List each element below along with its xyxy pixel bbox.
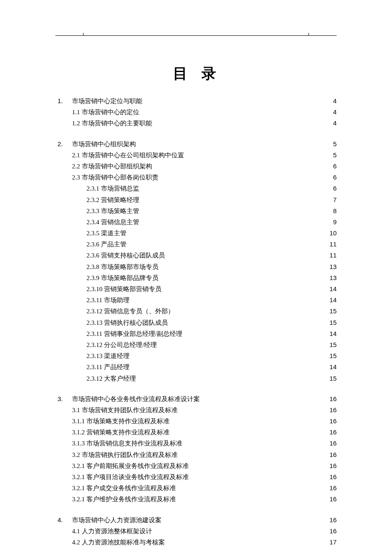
toc-leader-dots [159,274,328,280]
toc-entry: 3.2.1 客户项目洽谈业务线作业流程及标准16 [58,471,337,483]
toc-entry: 1.市场营销中心定位与职能4 [58,95,337,107]
toc-label: 1.2 市场营销中心的主要职能 [72,118,152,129]
toc-leader-dots [127,240,328,246]
document-page: 目 录 1.市场营销中心定位与职能41.1 市场营销中心的定位41.2 市场营销… [0,0,392,555]
toc-leader-dots [139,207,328,213]
toc-label: 2.3.13 营销执行核心团队成员 [86,318,168,328]
toc-page-number: 16 [328,427,337,437]
toc-page-number: 17 [328,537,337,547]
toc-page-number: 6 [328,161,337,171]
toc-leader-dots [182,439,328,445]
toc-page-number: 14 [328,295,337,305]
toc-leader-dots [139,218,328,224]
toc-leader-dots [136,140,328,146]
toc-group: 4.市场营销中心人力资源池建设案164.1 人力资源池整体框架设计164.2 人… [58,515,337,548]
toc-entry: 3.1 市场营销支持团队作业流程及标准16 [58,405,337,416]
toc-entry: 2.3.13 渠道经理15 [58,350,337,361]
toc-entry: 3.2.1 客户前期拓展业务线作业流程及标准16 [58,460,337,471]
toc-leader-dots [127,229,328,235]
toc-leader-dots [170,417,328,423]
toc-entry: 2.3.9 市场策略部品牌专员13 [58,272,337,283]
toc-leader-dots [170,428,328,434]
toc-section-number: 3. [58,393,72,404]
toc-leader-dots [152,527,329,533]
toc-label: 2.1 市场营销中心在公司组织架构中位置 [72,150,184,161]
toc-leader-dots [139,184,328,191]
toc-leader-dots [152,162,329,168]
toc-page-number: 11 [328,250,337,260]
toc-label: 2.3.6 营销支持核心团队成员 [86,250,165,261]
toc-page-number: 16 [328,526,337,536]
toc-entry: 1.2 市场营销中心的主要职能4 [58,118,337,129]
toc-leader-dots [178,406,329,412]
toc-leader-dots [130,363,328,369]
toc-leader-dots [182,330,328,336]
toc-page-number: 14 [328,328,337,339]
toc-group: 1.市场营销中心定位与职能41.1 市场营销中心的定位41.2 市场营销中心的主… [58,95,337,129]
toc-label: 2.3.6 产品主管 [86,239,127,250]
toc-leader-dots [165,538,329,544]
toc-entry: 2.1 市场营销中心在公司组织架构中位置5 [58,150,337,161]
toc-leader-dots [142,97,328,103]
toc-leader-dots [157,341,328,347]
toc-page-number: 13 [328,272,337,283]
toc-page-number: 5 [328,150,337,160]
toc-page-number: 15 [328,339,337,350]
toc-label: 2.3.3 市场策略主管 [86,206,139,217]
toc-label: 2.3.13 渠道经理 [86,351,130,361]
toc-leader-dots [159,173,329,179]
toc-label: 3.2 市场营销执行团队作业流程及标准 [72,450,178,460]
page-title: 目 录 [58,64,337,84]
toc-entry: 2.3.5 渠道主管10 [58,228,337,239]
toc-entry: 2.2 市场营销中心部组织架构6 [58,161,337,172]
toc-entry: 2.3.12 大客户经理15 [58,373,337,384]
toc-leader-dots [200,395,328,401]
toc-entry: 2.市场营销中心组织架构5 [58,139,337,150]
toc-leader-dots [139,196,328,202]
toc-label: 2.3.4 营销信息主管 [86,217,139,228]
toc-page-number: 14 [328,361,337,372]
toc-page-number: 16 [328,393,337,404]
toc-leader-dots [161,285,328,291]
toc-label: 2.3.11 市场助理 [86,295,130,306]
toc-page-number: 16 [328,515,337,525]
toc-label: 2.3 市场营销中心部各岗位职责 [72,172,159,183]
toc-label: 3.1 市场营销支持团队作业流程及标准 [72,405,178,416]
toc-section-number: 2. [58,139,72,149]
toc-page-number: 4 [328,118,337,128]
toc-leader-dots [174,307,328,313]
toc-leader-dots [176,495,328,501]
toc-label: 2.3.2 营销策略经理 [86,195,139,205]
toc-label: 2.3.8 市场策略部市场专员 [86,262,159,272]
toc-section-number: 1. [58,95,72,106]
toc-label: 2.3.11 产品经理 [86,362,130,373]
toc-entry: 2.3.11 产品经理14 [58,361,337,373]
toc-group: 3.市场营销中心各业务线作业流程及标准设计案163.1 市场营销支持团队作业流程… [58,393,337,505]
toc-page-number: 16 [328,438,337,448]
toc-page-number: 15 [328,350,337,361]
toc-label: 2.3.11 营销事业部总经理/副总经理 [86,329,182,339]
toc-label: 1.1 市场营销中心的定位 [72,107,139,118]
toc-page-number: 7 [328,194,337,205]
toc-leader-dots [152,119,329,125]
toc-label: 市场营销中心人力资源池建设案 [72,515,161,526]
toc-entry: 4.1 人力资源池整体框架设计16 [58,526,337,537]
toc-label: 3.1.2 营销策略支持作业流程及标准 [72,427,170,438]
toc-label: 3.2.1 客户维护业务线作业流程及标准 [72,494,176,505]
toc-page-number: 16 [328,449,337,460]
toc-page-number: 15 [328,306,337,316]
toc-page-number: 16 [328,416,337,426]
toc-label: 3.2.1 客户成交业务线作业流程及标准 [72,483,176,494]
toc-leader-dots [159,263,328,269]
toc-entry: 2.3.8 市场策略部市场专员13 [58,261,337,272]
toc-entry: 2.3.11 营销事业部总经理/副总经理14 [58,328,337,339]
toc-page-number: 16 [328,494,337,504]
toc-section-number: 4. [58,515,72,525]
toc-entry: 3.1.2 营销策略支持作业流程及标准16 [58,427,337,438]
toc-page-number: 14 [328,283,337,294]
toc-page-number: 10 [328,228,337,238]
toc-group: 2.市场营销中心组织架构52.1 市场营销中心在公司组织架构中位置52.2 市场… [58,139,337,384]
toc-entry: 2.3.4 营销信息主管9 [58,217,337,228]
toc-label: 市场营销中心定位与职能 [72,96,142,107]
toc-label: 2.3.12 大客户经理 [86,373,136,384]
